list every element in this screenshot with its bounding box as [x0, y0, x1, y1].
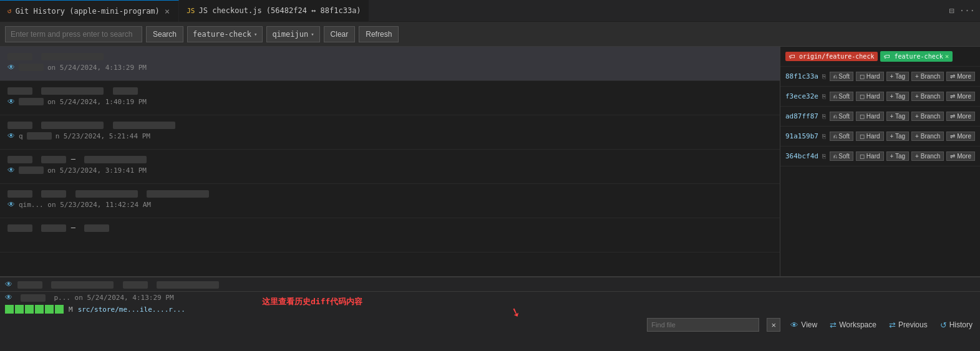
copy-icon-2[interactable]: ⎘	[820, 92, 828, 100]
blurred-bottom-author	[21, 294, 46, 302]
commit-item-4[interactable]: – 👁 on 5/23/2024, 3:19:41 PM	[0, 150, 780, 184]
file-block-1	[5, 305, 14, 314]
bottom-commit-meta: 👁 p... on 5/24/2024, 4:13:29 PM	[0, 292, 980, 303]
view-button[interactable]: 👁 View	[788, 319, 820, 331]
branch-btn-2[interactable]: + Branch	[911, 92, 944, 101]
blurred-bottom-title-1	[17, 281, 42, 289]
action-btns-2: ⎌ Soft ◻ Hard + Tag + Branch ⇌ More	[830, 92, 975, 101]
commit-date-1: on 5/24/2024, 4:13:29 PM	[47, 64, 147, 72]
history-button[interactable]: ↺ History	[938, 319, 975, 331]
bottom-panel: 👁 👁 p... on 5/24/2024, 4:13:29 PM 这里查看历史…	[0, 276, 980, 351]
toolbar: Search feature-check ▾ qimeijun ▾ Clear …	[0, 22, 980, 47]
blurred-1a	[7, 53, 32, 60]
eye-icon-1: 👁	[7, 63, 15, 72]
workspace-button[interactable]: ⇄ Workspace	[827, 319, 879, 331]
copy-icon-4[interactable]: ⎘	[820, 132, 828, 140]
more-btn-3[interactable]: ⇌ More	[946, 112, 975, 121]
history-icon-bottom: ↺	[940, 320, 947, 330]
commit-item-6[interactable]: –	[0, 218, 780, 252]
hard-btn-4[interactable]: ◻ Hard	[856, 132, 883, 141]
commit-item-1[interactable]: 👁 on 5/24/2024, 4:13:29 PM	[0, 47, 780, 81]
more-actions-icon[interactable]: ···	[959, 6, 975, 16]
hard-btn-1[interactable]: ◻ Hard	[856, 72, 883, 81]
author-dropdown-label: qimeijun	[272, 30, 308, 39]
tag-btn-2[interactable]: + Tag	[886, 92, 910, 101]
tag-btn-1[interactable]: + Tag	[886, 72, 910, 81]
refresh-button[interactable]: Refresh	[359, 26, 399, 42]
blurred-6a	[7, 224, 32, 232]
file-block-4	[35, 305, 44, 314]
copy-icon-1[interactable]: ⎘	[820, 72, 828, 80]
more-btn-1[interactable]: ⇌ More	[946, 72, 975, 81]
badge-feature-check: 🏷 feature-check ×	[880, 51, 953, 62]
soft-btn-5[interactable]: ⎌ Soft	[830, 151, 854, 161]
soft-btn-3[interactable]: ⎌ Soft	[830, 112, 854, 121]
blurred-bottom-title-3	[123, 281, 148, 289]
file-icon: M	[69, 305, 73, 314]
branch-btn-4[interactable]: + Branch	[911, 132, 944, 141]
tab-bar-actions: ⊟ ···	[949, 6, 980, 16]
split-editor-icon[interactable]: ⊟	[949, 6, 954, 16]
tag-btn-5[interactable]: + Tag	[886, 151, 910, 161]
more-btn-2[interactable]: ⇌ More	[946, 92, 975, 101]
tag-btn-3[interactable]: + Tag	[886, 112, 910, 121]
search-input[interactable]	[5, 26, 142, 42]
eye-icon-3: 👁	[7, 132, 15, 140]
branch-btn-1[interactable]: + Branch	[911, 72, 944, 81]
commit-row-4-actions: 91a159b7 ⎘ ⎌ Soft ◻ Hard + Tag + Branch …	[780, 127, 980, 147]
search-button[interactable]: Search	[146, 26, 183, 42]
commit-hash-4: 91a159b7	[785, 132, 818, 140]
commit-meta-1: 👁 on 5/24/2024, 4:13:29 PM	[7, 63, 772, 72]
copy-icon-5[interactable]: ⎘	[820, 152, 828, 160]
eye-icon-5: 👁	[7, 200, 15, 209]
file-block-6	[55, 305, 64, 314]
soft-btn-1[interactable]: ⎌ Soft	[830, 72, 854, 81]
badge-origin-feature-check: 🏷 origin/feature-check	[785, 52, 878, 61]
commit-hash-3: ad87ff87	[785, 112, 818, 120]
tab-checkout-js-label: JS checkout.js (56482f24 ↔ 88f1c33a)	[199, 6, 361, 15]
bottom-close-button[interactable]: ×	[767, 318, 780, 332]
tab-checkout-js[interactable]: JS JS checkout.js (56482f24 ↔ 88f1c33a)	[179, 0, 369, 22]
author-dropdown[interactable]: qimeijun ▾	[266, 26, 319, 42]
view-label: View	[801, 320, 817, 329]
blurred-author-3	[27, 132, 52, 140]
commit-item-3[interactable]: 👁 q n 5/23/2024, 5:21:44 PM	[0, 115, 780, 150]
badge-group-1: 🏷 origin/feature-check 🏷 feature-check ×	[785, 51, 953, 62]
hard-btn-5[interactable]: ◻ Hard	[856, 151, 883, 161]
commit-date-3: n 5/23/2024, 5:21:44 PM	[56, 132, 150, 140]
badge-feature-check-close[interactable]: ×	[945, 52, 949, 60]
commit-author-3a: q	[19, 132, 23, 140]
more-btn-5[interactable]: ⇌ More	[946, 151, 975, 161]
blurred-5b	[41, 190, 66, 198]
branch-btn-5[interactable]: + Branch	[911, 151, 944, 161]
commit-title-5	[7, 189, 382, 198]
commit-date-4: on 5/23/2024, 3:19:41 PM	[47, 166, 147, 175]
tab-bar: ↺ Git History (apple-mini-program) × JS …	[0, 0, 980, 22]
bottom-footer: × 👁 View ⇄ Workspace ⇄ Previous ↺ Histor…	[0, 315, 980, 334]
hard-btn-3[interactable]: ◻ Hard	[856, 112, 883, 121]
branch-dropdown[interactable]: feature-check ▾	[187, 26, 263, 42]
commit-item-5[interactable]: 👁 qim... on 5/23/2024, 11:42:24 AM	[0, 184, 780, 218]
eye-icon-2: 👁	[7, 97, 15, 106]
commit-title-6: –	[7, 223, 382, 232]
copy-icon-3[interactable]: ⎘	[820, 112, 828, 120]
eye-icon-bottom: 👁	[5, 280, 12, 289]
commit-item-2[interactable]: 👁 on 5/24/2024, 1:40:19 PM	[0, 81, 780, 115]
previous-label: Previous	[898, 320, 928, 329]
commit-meta-2: 👁 on 5/24/2024, 1:40:19 PM	[7, 97, 772, 106]
tag-btn-4[interactable]: + Tag	[886, 132, 910, 141]
clear-button[interactable]: Clear	[324, 26, 356, 42]
blurred-author-1	[19, 64, 44, 71]
branch-btn-3[interactable]: + Branch	[911, 112, 944, 121]
hard-btn-2[interactable]: ◻ Hard	[856, 92, 883, 101]
soft-btn-4[interactable]: ⎌ Soft	[830, 132, 854, 141]
blurred-2b	[41, 87, 104, 95]
more-btn-4[interactable]: ⇌ More	[946, 132, 975, 141]
tab-git-history-close[interactable]: ×	[163, 5, 171, 17]
tab-git-history[interactable]: ↺ Git History (apple-mini-program) ×	[0, 0, 179, 22]
previous-button[interactable]: ⇄ Previous	[886, 319, 930, 331]
blurred-5c	[75, 190, 138, 198]
commit-row-1-badges: 🏷 origin/feature-check 🏷 feature-check ×	[780, 47, 980, 67]
soft-btn-2[interactable]: ⎌ Soft	[830, 92, 854, 101]
find-file-input[interactable]	[647, 318, 759, 332]
